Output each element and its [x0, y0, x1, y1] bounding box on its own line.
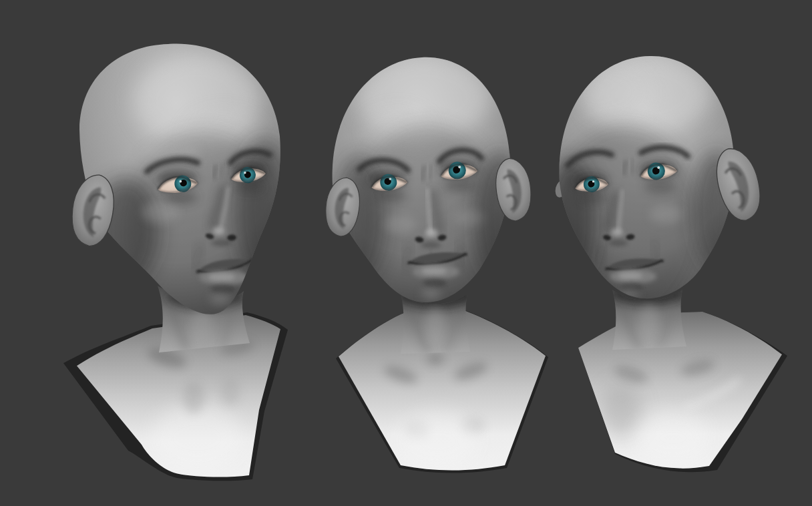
sculpt-render-stage: Grayscale 3D clay sculpt render of three…: [27, 11, 812, 506]
sculpt-canvas: [27, 11, 812, 506]
